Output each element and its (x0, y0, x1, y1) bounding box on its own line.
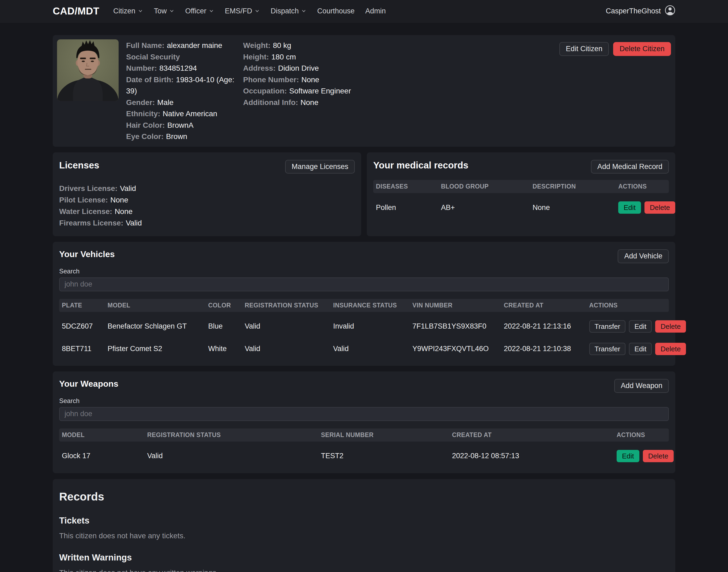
transfer-vehicle-button[interactable]: Transfer (589, 320, 626, 333)
delete-vehicle-button[interactable]: Delete (655, 343, 686, 355)
add-medical-record-button[interactable]: Add Medical Record (591, 160, 669, 174)
delete-weapon-button[interactable]: Delete (643, 450, 674, 462)
weapons-title: Your Weapons (59, 379, 118, 389)
column-header: REGISTRATION STATUS (145, 431, 318, 439)
nav-item-dispatch[interactable]: Dispatch (271, 7, 306, 15)
nav-item-label: EMS/FD (225, 7, 252, 15)
diseases-cell: Pollen (373, 204, 438, 212)
registration-status-cell: Valid (145, 452, 318, 460)
citizen-photo (57, 40, 119, 101)
serial-number-cell: TEST2 (318, 452, 449, 460)
column-header: ACTIONS (615, 183, 669, 190)
nav-item-citizen[interactable]: Citizen (113, 7, 143, 15)
field-gender: Gender:Male (126, 97, 243, 109)
nav-item-admin[interactable]: Admin (365, 7, 386, 15)
delete-citizen-button[interactable]: Delete Citizen (613, 42, 671, 56)
delete-vehicle-button[interactable]: Delete (655, 320, 686, 333)
column-header: COLOR (205, 302, 242, 309)
nav-item-tow[interactable]: Tow (154, 7, 174, 15)
blood-group-cell: AB+ (438, 204, 530, 212)
weapons-table-header: MODEL REGISTRATION STATUS SERIAL NUMBER … (59, 428, 669, 442)
nav-item-emsfd[interactable]: EMS/FD (225, 7, 260, 15)
column-header: SERIAL NUMBER (318, 431, 449, 439)
plate-cell: 8BET711 (59, 345, 105, 353)
column-header: CREATED AT (501, 302, 587, 309)
written-warnings-heading: Written Warnings (59, 553, 669, 563)
vehicles-search-label: Search (59, 268, 669, 275)
nav-item-label: Citizen (113, 7, 136, 15)
medical-row: Pollen AB+ None Edit Delete (373, 200, 669, 216)
license-pilot: Pilot License:None (59, 194, 355, 206)
column-header: REGISTRATION STATUS (242, 302, 331, 309)
tickets-heading: Tickets (59, 515, 669, 526)
color-cell: White (205, 345, 242, 353)
field-dob: Date of Birth:1983-04-10 (Age: 39) (126, 74, 243, 97)
field-full-name: Full Name:alexander maine (126, 40, 243, 52)
field-ssn: Social Security Number:834851294 (126, 52, 243, 74)
licenses-title: Licenses (59, 160, 99, 170)
weapon-row: Glock 17 Valid TEST2 2022-08-12 08:57:13… (59, 448, 669, 464)
created-at-cell: 2022-08-12 08:57:13 (449, 452, 614, 460)
written-warnings-empty-text: This citizen does not have any written w… (59, 569, 669, 572)
transfer-vehicle-button[interactable]: Transfer (589, 343, 626, 355)
nav-item-label: Tow (154, 7, 167, 15)
vin-number-cell: 7F1LB7SB1YS9X83F0 (410, 322, 501, 331)
weapons-search-label: Search (59, 397, 669, 405)
registration-status-cell: Valid (242, 345, 331, 353)
chevron-down-icon (138, 7, 143, 15)
created-at-cell: 2022-08-21 12:13:16 (501, 322, 587, 331)
color-cell: Blue (205, 322, 242, 331)
user-menu[interactable]: CasperTheGhost (606, 5, 675, 17)
delete-medical-button[interactable]: Delete (645, 201, 675, 214)
tickets-empty-text: This citizen does not have any tickets. (59, 531, 669, 540)
vehicles-search-input[interactable] (59, 277, 669, 291)
username: CasperTheGhost (606, 7, 661, 15)
citizen-card: Full Name:alexander maine Social Securit… (53, 35, 675, 147)
column-header: DISEASES (373, 183, 438, 190)
app-logo[interactable]: CAD/MDT (53, 6, 99, 17)
edit-vehicle-button[interactable]: Edit (629, 320, 652, 333)
license-drivers: Drivers License:Valid (59, 183, 355, 194)
records-title: Records (59, 490, 669, 503)
license-firearms: Firearms License:Valid (59, 217, 355, 229)
edit-weapon-button[interactable]: Edit (616, 450, 639, 462)
manage-licenses-button[interactable]: Manage Licenses (285, 160, 355, 174)
vin-number-cell: Y9WPI243FXQVTL46O (410, 345, 501, 353)
weapons-search-input[interactable] (59, 407, 669, 421)
medical-records-card: Your medical records Add Medical Record … (367, 152, 675, 236)
medical-table: DISEASES BLOOD GROUP DESCRIPTION ACTIONS… (373, 180, 669, 216)
vehicle-row: 8BET711 Pfister Comet S2 White Valid Val… (59, 341, 669, 357)
nav-item-label: Dispatch (271, 7, 299, 15)
add-weapon-button[interactable]: Add Weapon (614, 379, 669, 393)
licenses-card: Licenses Manage Licenses Drivers License… (53, 152, 361, 236)
column-header: DESCRIPTION (530, 183, 615, 190)
weapons-card: Your Weapons Add Weapon Search MODEL REG… (53, 371, 675, 473)
edit-citizen-button[interactable]: Edit Citizen (559, 42, 609, 56)
license-list: Drivers License:Valid Pilot License:None… (59, 183, 355, 229)
nav-item-label: Courthouse (317, 7, 355, 15)
model-cell: Glock 17 (59, 452, 145, 460)
edit-medical-button[interactable]: Edit (618, 201, 641, 214)
nav-item-label: Admin (365, 7, 386, 15)
column-header: MODEL (105, 302, 206, 309)
field-phone: Phone Number:None (243, 74, 351, 86)
column-header: MODEL (59, 431, 145, 439)
edit-vehicle-button[interactable]: Edit (629, 343, 652, 355)
field-eye-color: Eye Color:Brown (126, 131, 243, 142)
navbar: CAD/MDT Citizen Tow Officer EMS/FD Dispa… (0, 0, 728, 22)
insurance-status-cell: Invalid (331, 322, 410, 331)
chevron-down-icon (209, 7, 214, 15)
model-cell: Benefactor Schlagen GT (105, 322, 206, 331)
field-hair-color: Hair Color:BrownA (126, 120, 243, 131)
column-header: ACTIONS (614, 431, 669, 439)
records-card: Records Tickets This citizen does not ha… (53, 479, 675, 572)
nav-item-courthouse[interactable]: Courthouse (317, 7, 355, 15)
nav-item-officer[interactable]: Officer (185, 7, 214, 15)
vehicles-title: Your Vehicles (59, 249, 115, 259)
column-header: ACTIONS (587, 302, 669, 309)
field-occupation: Occupation:Software Engineer (243, 85, 351, 97)
add-vehicle-button[interactable]: Add Vehicle (618, 249, 669, 263)
field-additional-info: Additional Info:None (243, 97, 351, 109)
vehicle-row: 5DCZ607 Benefactor Schlagen GT Blue Vali… (59, 318, 669, 335)
registration-status-cell: Valid (242, 322, 331, 331)
